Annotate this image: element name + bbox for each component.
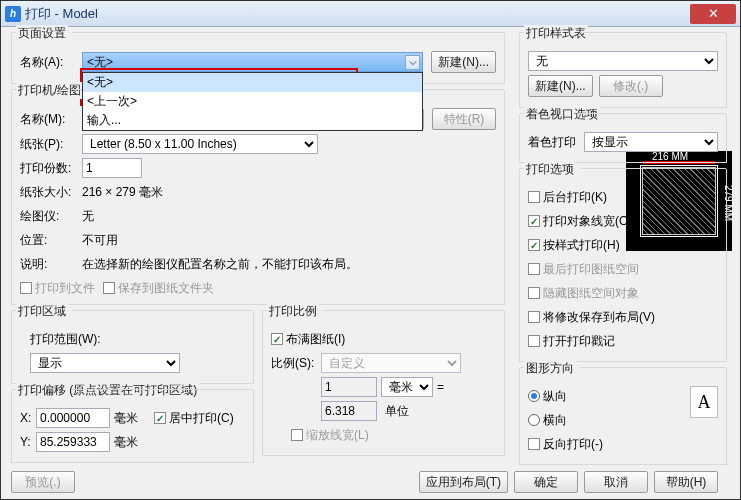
pagesetup-opt-none[interactable]: <无> [83, 73, 422, 92]
shade-title: 着色视口选项 [524, 106, 600, 123]
scale-num-input [321, 377, 377, 397]
shade-label: 着色打印 [528, 134, 584, 151]
plotter-value: 无 [82, 208, 94, 225]
print-area-title: 打印区域 [16, 303, 68, 320]
center-print-checkbox[interactable] [154, 412, 166, 424]
orient-reverse-label: 反向打印(-) [543, 436, 603, 453]
pagesetup-opt-prev[interactable]: <上一次> [83, 92, 422, 111]
opt-lw-checkbox[interactable] [528, 215, 540, 227]
plotter-label: 绘图仪: [20, 208, 82, 225]
opt-last-label: 最后打印图纸空间 [543, 261, 639, 278]
scale-select: 自定义 [321, 353, 461, 373]
scale-lineweight-checkbox [291, 429, 303, 441]
paper-label: 纸张(P): [20, 136, 82, 153]
print-offset-title: 打印偏移 (原点设置在可打印区域) [16, 382, 199, 399]
offset-x-unit: 毫米 [114, 410, 138, 427]
app-icon: h [5, 6, 21, 22]
desc-label: 说明: [20, 256, 82, 273]
save-to-folder-label: 保存到图纸文件夹 [118, 280, 214, 297]
fit-page-checkbox[interactable] [271, 333, 283, 345]
page-setup-group: 页面设置 名称(A): <无> <无> <上一次> 输入... [11, 33, 505, 84]
window-title: 打印 - Model [25, 5, 688, 23]
scale-label: 比例(S): [271, 355, 321, 372]
orientation-group: 图形方向 纵向 横向 反向打印(-) A [519, 368, 727, 465]
apply-layout-button[interactable]: 应用到布局(T) [419, 471, 508, 493]
pagesetup-name-label: 名称(A): [20, 54, 82, 71]
style-edit-button[interactable]: 修改(.) [599, 75, 663, 97]
scale-den-input [321, 401, 377, 421]
printer-props-button[interactable]: 特性(R) [432, 108, 496, 130]
opt-last-checkbox [528, 263, 540, 275]
opt-style-label: 按样式打印(H) [543, 237, 620, 254]
orient-landscape-radio[interactable] [528, 414, 540, 426]
offset-x-input[interactable] [36, 408, 110, 428]
style-table-select[interactable]: 无 [528, 51, 718, 71]
orientation-title: 图形方向 [524, 360, 576, 377]
help-button[interactable]: 帮助(H) [654, 471, 718, 493]
chevron-down-icon [405, 55, 420, 70]
opt-hide-checkbox [528, 287, 540, 299]
print-offset-group: 打印偏移 (原点设置在可打印区域) X: 毫米 居中打印(C) Y: 毫米 [11, 390, 254, 463]
orientation-icon: A [690, 386, 718, 418]
opt-lw-label: 打印对象线宽(O) [543, 213, 632, 230]
print-range-select[interactable]: 显示 [30, 353, 180, 373]
print-dialog: h 打印 - Model ✕ 页面设置 名称(A): <无> <无> <上一次> [0, 0, 741, 500]
print-to-file-label: 打印到文件 [35, 280, 95, 297]
print-to-file-checkbox[interactable] [20, 282, 32, 294]
desc-value: 在选择新的绘图仪配置名称之前，不能打印该布局。 [82, 256, 358, 273]
titlebar[interactable]: h 打印 - Model ✕ [1, 1, 740, 27]
offset-y-unit: 毫米 [114, 434, 138, 451]
opt-bg-checkbox[interactable] [528, 191, 540, 203]
offset-y-label: Y: [20, 435, 36, 449]
offset-x-label: X: [20, 411, 36, 425]
ok-button[interactable]: 确定 [514, 471, 578, 493]
print-area-group: 打印区域 打印范围(W): 显示 [11, 311, 254, 384]
orient-portrait-radio[interactable] [528, 390, 540, 402]
copies-label: 打印份数: [20, 160, 82, 177]
close-button[interactable]: ✕ [690, 4, 736, 24]
fit-page-label: 布满图纸(I) [286, 331, 345, 348]
style-new-button[interactable]: 新建(N)... [528, 75, 593, 97]
offset-y-input[interactable] [36, 432, 110, 452]
paper-select[interactable]: Letter (8.50 x 11.00 Inches) [82, 134, 318, 154]
shade-group: 着色视口选项 着色打印按显示 [519, 114, 727, 163]
scale-eq: = [437, 380, 444, 394]
page-setup-title: 页面设置 [16, 25, 68, 42]
printer-name-label: 名称(M): [20, 111, 82, 128]
print-scale-group: 打印比例 布满图纸(I) 比例(S):自定义 毫米 = 单位 缩放线宽(L) [262, 311, 505, 456]
print-range-label: 打印范围(W): [30, 331, 101, 348]
copies-input[interactable] [82, 158, 142, 178]
opt-bg-label: 后台打印(K) [543, 189, 607, 206]
orient-reverse-checkbox[interactable] [528, 438, 540, 450]
style-table-group: 打印样式表 无 新建(N)... 修改(.) [519, 33, 727, 108]
opt-style-checkbox[interactable] [528, 239, 540, 251]
orient-landscape-label: 横向 [543, 412, 567, 429]
pagesetup-opt-input[interactable]: 输入... [83, 111, 422, 130]
papersize-value: 216 × 279 毫米 [82, 184, 163, 201]
preview-button[interactable]: 预览(.) [11, 471, 75, 493]
pagesetup-name-dropdown[interactable]: <无> <无> <上一次> 输入... [82, 52, 423, 72]
position-value: 不可用 [82, 232, 118, 249]
style-table-title: 打印样式表 [524, 25, 588, 42]
position-label: 位置: [20, 232, 82, 249]
save-to-folder-checkbox[interactable] [103, 282, 115, 294]
scale-unit-select[interactable]: 毫米 [381, 377, 433, 397]
pagesetup-name-value: <无> [87, 54, 113, 71]
opt-save-checkbox[interactable] [528, 311, 540, 323]
button-bar: 预览(.) 应用到布局(T) 确定 取消 帮助(H) [11, 471, 730, 493]
print-options-title: 打印选项 [524, 161, 576, 178]
shade-select[interactable]: 按显示 [584, 132, 718, 152]
opt-save-label: 将修改保存到布局(V) [543, 309, 655, 326]
scale-den-unit: 单位 [385, 403, 409, 420]
print-scale-title: 打印比例 [267, 303, 319, 320]
opt-hide-label: 隐藏图纸空间对象 [543, 285, 639, 302]
pagesetup-name-list[interactable]: <无> <上一次> 输入... [82, 72, 423, 131]
print-options-group: 打印选项 后台打印(K) 打印对象线宽(O) 按样式打印(H) 最后打印图纸空间… [519, 169, 727, 362]
opt-stamp-checkbox[interactable] [528, 335, 540, 347]
papersize-label: 纸张大小: [20, 184, 82, 201]
center-print-label: 居中打印(C) [169, 410, 234, 427]
opt-stamp-label: 打开打印戳记 [543, 333, 615, 350]
pagesetup-new-button[interactable]: 新建(N)... [431, 51, 496, 73]
scale-lineweight-label: 缩放线宽(L) [306, 427, 369, 444]
cancel-button[interactable]: 取消 [584, 471, 648, 493]
